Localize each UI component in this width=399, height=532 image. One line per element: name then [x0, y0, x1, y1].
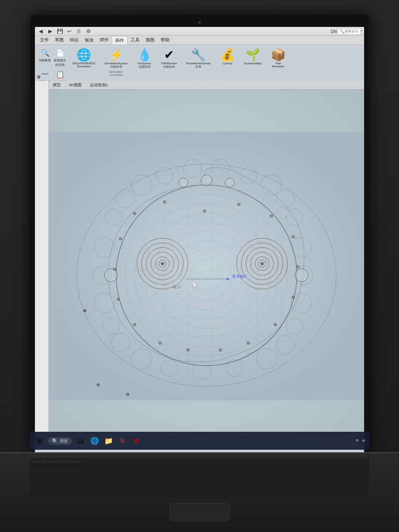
tab-sketch[interactable]: 草图 — [52, 36, 67, 44]
trackpad[interactable] — [170, 503, 229, 521]
key — [67, 460, 71, 463]
tab-feature[interactable]: 特征 — [67, 36, 82, 44]
search-label: 搜索命令 — [345, 29, 359, 34]
sep7 — [266, 47, 267, 72]
screen-bezel: ◀ ▶ 💾 ↩ ⎙ ⚙ DMT240-pilao * 🔍 搜索命令 文件 草图 … — [30, 15, 369, 452]
taskbar-wps[interactable]: W — [131, 435, 142, 446]
ribbon-search-box[interactable]: 🔍 搜索命令 — [337, 28, 361, 35]
qa-save[interactable]: 💾 — [56, 27, 64, 35]
svg-point-97 — [201, 175, 212, 185]
ribbon-tabs: 文件 草图 特征 钣金 焊件 插件 工具 视图 帮助 — [35, 36, 364, 45]
floxpress-label: FloXpress分析向导 — [138, 62, 151, 69]
taskbar-explorer[interactable]: 🗂 — [75, 435, 86, 446]
sustainability-label: Sustainability — [244, 62, 261, 65]
dfmxpress-label: DFMXpress分析向导 — [161, 62, 177, 69]
tab-file[interactable]: 文件 — [37, 36, 52, 44]
floxpress-icon: 💧 — [138, 48, 152, 62]
tab-sheetmetal[interactable]: 钣金 — [82, 36, 97, 44]
qa-options[interactable]: ⚙ — [84, 27, 92, 35]
part-reviewer-icon: 📦 — [271, 48, 285, 62]
taskbar-globe[interactable]: ⊕ — [362, 439, 365, 443]
sustainability-icon: 🌱 — [246, 48, 260, 62]
simulation-connector-icon: ⚡ — [109, 48, 123, 62]
dfmxpress-group[interactable]: ✔ DFMXpress分析向导 — [159, 47, 180, 70]
key — [72, 460, 76, 463]
tab-view[interactable]: 视图 — [143, 36, 158, 44]
check-active-btn[interactable]: 📄 检查激活的文档 — [53, 47, 67, 68]
qa-print[interactable]: ⎙ — [75, 27, 83, 35]
symmetry-icon: 🔍 — [39, 47, 50, 58]
sep4 — [182, 47, 182, 72]
viewport-tabs: 模型 3D视图 运动算例1 — [49, 81, 364, 90]
taskbar-files[interactable]: 📁 — [103, 435, 114, 446]
simulation-connector-group[interactable]: ⚡ SimulationXpress分析向导 SimulationConnect… — [102, 47, 130, 77]
key — [37, 460, 41, 463]
keyboard-area — [0, 452, 399, 532]
key — [42, 460, 46, 463]
tab-help[interactable]: 帮助 — [158, 36, 173, 44]
sep1 — [100, 47, 100, 72]
svg-point-100 — [295, 269, 308, 282]
costing-icon: 💰 — [220, 48, 234, 62]
simulation-connector-sublabel: SimulationConnector — [109, 70, 123, 76]
driveworksxpress-label: DriveWorksXpress向导 — [186, 62, 211, 69]
3dexperience-icon: 🌐 — [77, 48, 91, 62]
taskbar-search[interactable]: 🔍 搜索 — [48, 437, 72, 445]
taskbar-right: 中 ⊕ — [356, 438, 365, 443]
key — [62, 460, 66, 463]
floxpress-group[interactable]: 💧 FloXpress分析向导 — [135, 47, 155, 70]
cad-svg: ⊖ ⊖ ⊖ ⊖ ⊖ ⊖ ⊖ ⊖ ⊖ ⊖ ⊖ ⊖ — [49, 90, 364, 442]
3dexperience-label: 3DEXPERIENCESimulation — [72, 62, 95, 68]
svg-text:⊖: ⊖ — [126, 392, 130, 397]
costing-group[interactable]: 💰 Costing — [217, 47, 237, 66]
dfmxpress-icon: ✔ — [162, 48, 176, 62]
tab-plugin[interactable]: 插件 — [112, 36, 128, 44]
search-text: 搜索 — [60, 438, 68, 444]
taskbar-edge[interactable]: 🌐 — [89, 435, 100, 446]
screen-content: ◀ ▶ 💾 ↩ ⎙ ⚙ DMT240-pilao * 🔍 搜索命令 文件 草图 … — [35, 27, 364, 454]
symmetry-check-btn[interactable]: 🔍 对称检查 — [38, 47, 52, 68]
camera — [198, 21, 201, 24]
search-icon-taskbar: 🔍 — [52, 438, 58, 444]
tab-weldment[interactable]: 焊件 — [97, 36, 112, 44]
qa-arrow-right[interactable]: ▶ — [46, 27, 54, 35]
part-reviewer-label: PartReviewer — [272, 62, 285, 68]
taskbar: ⊞ 🔍 搜索 🗂 🌐 📁 S W 中 ⊕ — [30, 432, 369, 450]
check-active-icon: 📄 — [54, 47, 65, 58]
3dexperience-group[interactable]: 🌐 3DEXPERIENCESimulation — [70, 47, 98, 69]
sustainability-group[interactable]: 🌱 Sustainability — [242, 47, 264, 66]
sep2 — [132, 47, 133, 72]
qa-undo[interactable]: ↩ — [65, 27, 73, 35]
qa-arrow-left[interactable]: ◀ — [37, 27, 45, 35]
laptop-shell: ◀ ▶ 💾 ↩ ⎙ ⚙ DMT240-pilao * 🔍 搜索命令 文件 草图 … — [0, 0, 399, 532]
key — [77, 460, 81, 463]
svg-point-101 — [105, 269, 118, 282]
analysis-group: 🔍 对称检查 📄 检查激活的文档 〰 厚度分析 — [38, 47, 69, 85]
sep5 — [215, 47, 215, 72]
part-reviewer-group[interactable]: 📦 PartReviewer — [269, 47, 289, 69]
svg-text:⊖: ⊖ — [96, 382, 100, 387]
thickness-icon: 〰 — [39, 69, 50, 80]
driveworksxpress-group[interactable]: 🔧 DriveWorksXpress向导 — [184, 47, 213, 70]
tab-motion[interactable]: 运动算例1 — [88, 82, 110, 88]
analysis-row1: 🔍 对称检查 📄 检查激活的文档 — [38, 47, 67, 68]
sep6 — [239, 47, 240, 72]
costing-label: Costing — [222, 62, 232, 65]
cad-viewport[interactable]: 模型 3D视图 运动算例1 — [49, 81, 364, 442]
key — [32, 460, 36, 463]
keyboard — [30, 458, 369, 498]
start-button[interactable]: ⊞ — [34, 435, 45, 446]
taskbar-lang[interactable]: 中 — [356, 438, 359, 443]
tab-tools[interactable]: 工具 — [128, 36, 143, 44]
key — [52, 460, 56, 463]
key — [47, 460, 51, 463]
simulation-connector-label: SimulationXpress分析向导 — [104, 62, 128, 69]
sep3 — [157, 47, 157, 72]
tab-3dview[interactable]: 3D视图 — [67, 82, 84, 88]
svg-point-99 — [225, 178, 234, 187]
svg-point-98 — [179, 178, 188, 187]
cad-drawing: ⊖ ⊖ ⊖ ⊖ ⊖ ⊖ ⊖ ⊖ ⊖ ⊖ ⊖ ⊖ — [49, 90, 364, 442]
tab-model[interactable]: 模型 — [51, 82, 63, 88]
taskbar-sw[interactable]: S — [117, 435, 128, 446]
left-panel: 分析 — [35, 81, 49, 442]
